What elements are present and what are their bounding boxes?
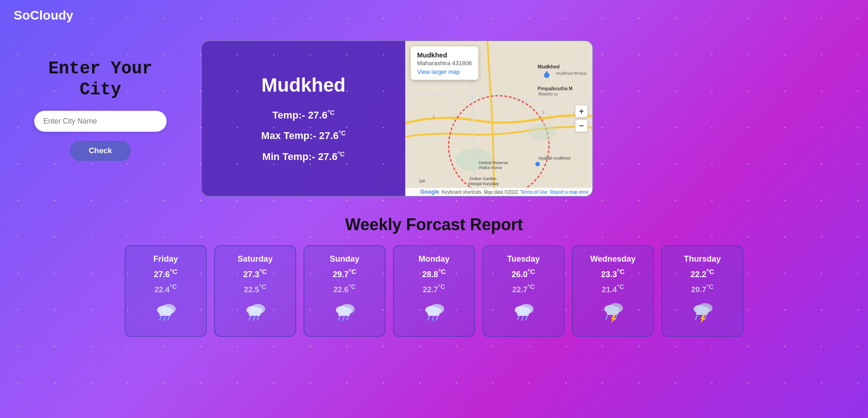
svg-line-55: [518, 316, 519, 320]
map-footer: Google Keyboard shortcuts Map data ©2022…: [405, 188, 592, 196]
forecast-card: Tuesday 26.0°C 22.7°C: [482, 245, 565, 337]
map-popup: Mudkhed Maharashtra 431806 View larger m…: [411, 46, 478, 80]
forecast-card: Wednesday 23.3°C 21.4°C: [572, 245, 654, 337]
app-title: SoCloudy: [14, 8, 73, 22]
svg-text:Mudkhed: Mudkhed: [538, 64, 559, 69]
weather-icon-cloudy-rain: [153, 301, 178, 325]
svg-line-56: [522, 317, 523, 320]
forecast-temp-high: 23.3°C: [601, 268, 625, 279]
svg-line-42: [343, 317, 344, 320]
zoom-in-button[interactable]: +: [575, 105, 588, 118]
map-zoom-controls: + −: [575, 105, 588, 132]
map-report[interactable]: Report a map error: [550, 190, 589, 195]
forecast-temp-low: 22.7°C: [423, 283, 445, 294]
svg-point-17: [544, 72, 549, 78]
forecast-temp-high: 27.3°C: [243, 268, 267, 279]
svg-text:Nyahali mudkhed: Nyahali mudkhed: [539, 156, 570, 160]
svg-line-69: [695, 316, 697, 320]
forecast-card: Saturday 27.3°C 22.5°C: [214, 245, 296, 337]
svg-rect-68: [696, 312, 708, 315]
forecast-card: Thursday 22.2°C 20.7°C: [661, 245, 743, 337]
map-container: 3 3 Pimpalkoutha M पिंपळकोठा M Mudkhed M…: [405, 41, 592, 196]
app-header: SoCloudy: [0, 0, 868, 31]
svg-line-36: [257, 316, 259, 320]
svg-line-28: [164, 317, 165, 320]
zoom-out-button[interactable]: −: [575, 119, 588, 132]
left-panel: Enter Your City Check: [27, 40, 173, 161]
forecast-card: Sunday 29.7°C 22.6°C: [303, 245, 386, 337]
forecast-temp-high: 28.8°C: [422, 268, 446, 279]
svg-text:Ijali: Ijali: [419, 179, 425, 183]
main-content: Enter Your City Check Mudkhed Temp:- 27.…: [0, 31, 868, 206]
svg-rect-47: [428, 313, 439, 316]
forecast-day: Wednesday: [590, 254, 636, 264]
svg-rect-33: [249, 313, 261, 316]
forecast-temp-low: 20.7°C: [691, 283, 714, 294]
svg-line-48: [428, 316, 429, 320]
forecast-day: Saturday: [237, 254, 272, 264]
min-temp-row: Min Temp:- 27.6°C: [225, 150, 382, 163]
svg-text:Mangal Karyalay: Mangal Karyalay: [468, 181, 499, 186]
map-terms[interactable]: Terms of Use: [521, 190, 548, 195]
google-logo: Google: [420, 189, 439, 195]
forecast-section: Weekly Forcast Report Friday 27.6°C 22.4…: [0, 206, 868, 351]
svg-rect-40: [338, 313, 350, 316]
svg-text:पिंपळकोठा M: पिंपळकोठा M: [538, 92, 558, 97]
forecast-temp-low: 21.4°C: [602, 283, 624, 294]
forecast-day: Friday: [153, 254, 178, 264]
svg-rect-61: [607, 312, 618, 315]
svg-line-57: [526, 316, 527, 320]
svg-point-3: [528, 124, 556, 140]
weather-icon-cloudy-rain: [421, 301, 447, 325]
map-popup-link[interactable]: View larger map: [417, 68, 472, 75]
svg-line-35: [253, 317, 255, 320]
weather-icon-cloudy-rain: [332, 301, 357, 325]
forecast-temp-low: 22.7°C: [512, 283, 535, 294]
forecast-temp-high: 26.0°C: [512, 268, 535, 279]
weather-icon-thunder-rain: [690, 301, 715, 328]
svg-line-70: [705, 316, 706, 320]
weather-icon-thunder-rain: [600, 301, 626, 328]
map-popup-sub: Maharashtra 431806: [417, 60, 472, 67]
weather-icon-cloudy-rain: [511, 301, 536, 325]
forecast-temp-high: 29.7°C: [333, 268, 356, 279]
svg-line-62: [606, 316, 607, 320]
svg-text:Pimpalkoutha M: Pimpalkoutha M: [538, 86, 573, 91]
svg-text:Omkar Garden: Omkar Garden: [469, 176, 497, 181]
weather-icon-cloudy-rain: [242, 301, 268, 325]
weather-info: Mudkhed Temp:- 27.6°C Max Temp:- 27.6°C …: [202, 41, 405, 196]
forecast-day: Thursday: [684, 254, 721, 264]
svg-text:3: 3: [542, 110, 544, 115]
svg-line-29: [168, 316, 169, 320]
forecast-day: Sunday: [329, 254, 359, 264]
forecast-temp-low: 22.6°C: [334, 283, 356, 294]
forecast-card: Monday 28.8°C 22.7°C: [393, 245, 475, 337]
svg-rect-26: [159, 313, 171, 316]
forecast-temp-low: 22.5°C: [244, 283, 267, 294]
city-label: Enter Your City: [48, 58, 152, 100]
forecast-cards: Friday 27.6°C 22.4°C Saturday 27.3°C 22.…: [18, 245, 850, 337]
forecast-card: Friday 27.6°C 22.4°C: [125, 245, 207, 337]
svg-line-63: [615, 316, 617, 320]
forecast-temp-low: 22.4°C: [155, 283, 177, 294]
weather-city-name: Mudkhed: [225, 74, 382, 96]
forecast-title: Weekly Forcast Report: [18, 215, 850, 234]
svg-line-34: [249, 316, 251, 320]
map-keyboard[interactable]: Keyboard shortcuts: [442, 190, 481, 195]
map-data: Map data ©2022: [484, 190, 518, 195]
svg-text:Police Force: Police Force: [479, 165, 502, 170]
forecast-day: Tuesday: [507, 254, 540, 264]
max-temp-row: Max Temp:- 27.6°C: [225, 129, 382, 142]
svg-text:3: 3: [432, 115, 435, 119]
svg-line-27: [160, 316, 161, 320]
svg-text:Central Reserve: Central Reserve: [478, 160, 508, 165]
svg-line-41: [339, 316, 340, 320]
svg-text:Mudkhed Bhokar: Mudkhed Bhokar: [556, 71, 587, 76]
svg-line-50: [436, 316, 438, 320]
weather-card: Mudkhed Temp:- 27.6°C Max Temp:- 27.6°C …: [201, 40, 593, 197]
temp-row: Temp:- 27.6°C: [225, 109, 382, 121]
svg-line-49: [432, 317, 434, 320]
city-input[interactable]: [34, 111, 167, 132]
check-button[interactable]: Check: [70, 141, 130, 161]
svg-point-19: [535, 162, 540, 166]
